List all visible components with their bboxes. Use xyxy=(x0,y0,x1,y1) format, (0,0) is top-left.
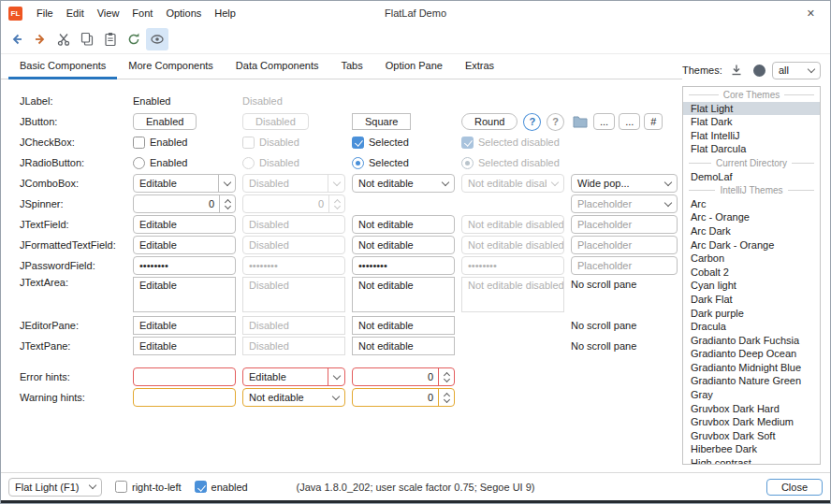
formattedtextfield-editable[interactable]: Editable xyxy=(133,236,236,254)
formattedtextfield-not-editable-disabled[interactable]: Not editable disabled xyxy=(461,236,564,254)
theme-list-item[interactable]: Flat IntelliJ xyxy=(683,129,820,143)
jbutton-round[interactable]: Round xyxy=(461,113,518,130)
close-button[interactable]: Close xyxy=(766,479,823,496)
ellipsis-button-1[interactable]: ... xyxy=(593,113,615,130)
theme-list-item[interactable]: Flat Darcula xyxy=(683,142,820,156)
mnemonic-button[interactable]: # xyxy=(644,113,663,130)
theme-list-item[interactable]: Gradianto Dark Fuchsia xyxy=(683,334,820,348)
download-button[interactable] xyxy=(727,61,746,79)
editorpane-editable[interactable]: Editable xyxy=(133,316,236,335)
theme-list-item[interactable]: Hiberbee Dark xyxy=(683,442,820,456)
passwordfield-not-editable-disabled[interactable]: •••••••• xyxy=(461,256,564,275)
theme-list-item[interactable]: Flat Light xyxy=(683,102,820,116)
back-button[interactable] xyxy=(6,28,28,50)
theme-list-item[interactable]: High contrast xyxy=(683,456,820,465)
formattedtextfield-disabled[interactable]: Disabled xyxy=(242,236,345,254)
textpane-editable[interactable]: Editable xyxy=(133,337,236,355)
themes-filter-select[interactable]: all xyxy=(772,62,821,79)
combobox-not-editable-disabled[interactable]: Not editable disabled xyxy=(461,174,564,193)
jbutton-enabled[interactable]: Enabled xyxy=(133,113,197,130)
combobox-not-editable[interactable]: Not editable xyxy=(352,174,455,193)
theme-list-item[interactable]: Dark Flat xyxy=(683,293,820,307)
combobox-wide-popup[interactable]: Wide pop... xyxy=(571,174,678,193)
paste-button[interactable] xyxy=(99,28,122,50)
formattedtextfield-not-editable[interactable]: Not editable xyxy=(352,236,455,254)
theme-list-item[interactable]: DemoLaf xyxy=(683,170,820,184)
help-button-secondary[interactable]: ? xyxy=(547,113,564,131)
menu-help[interactable]: Help xyxy=(208,3,242,23)
editorpane-no-scroll-pane[interactable]: No scroll pane xyxy=(571,320,678,331)
folder-button[interactable] xyxy=(571,114,590,129)
error-spinner[interactable]: 0 xyxy=(352,367,455,386)
tab-extras[interactable]: Extras xyxy=(454,54,505,79)
copy-button[interactable] xyxy=(76,28,98,50)
passwordfield-disabled[interactable]: •••••••• xyxy=(242,256,345,275)
theme-list-item[interactable]: Arc xyxy=(683,197,820,211)
checkbox-selected-disabled[interactable]: Selected disabled xyxy=(461,137,564,149)
menu-font[interactable]: Font xyxy=(125,3,159,23)
forward-button[interactable] xyxy=(29,28,51,50)
tab-tabs[interactable]: Tabs xyxy=(330,54,374,79)
spinner-arrows[interactable] xyxy=(438,368,454,385)
window-close-button[interactable]: ✕ xyxy=(797,5,824,22)
editorpane-disabled[interactable]: Disabled xyxy=(242,316,345,335)
passwordfield-placeholder[interactable]: Placeholder xyxy=(571,256,678,275)
error-combobox[interactable]: Editable xyxy=(242,367,345,386)
theme-list-item[interactable]: Gradianto Nature Green xyxy=(683,374,820,388)
combobox-placeholder[interactable]: Placeholder xyxy=(571,194,678,213)
textpane-not-editable[interactable]: Not editable xyxy=(352,337,455,355)
spinner-enabled[interactable]: 0 xyxy=(133,194,236,213)
textfield-disabled[interactable]: Disabled xyxy=(242,215,345,234)
theme-list-item[interactable]: Dracula xyxy=(683,320,820,334)
textarea-not-editable-disabled[interactable]: Not editable disabled xyxy=(461,277,564,312)
spinner-arrows[interactable] xyxy=(219,195,235,212)
refresh-button[interactable] xyxy=(123,28,145,50)
theme-list-item[interactable]: Arc Dark - Orange xyxy=(683,238,820,252)
themes-list[interactable]: Core ThemesFlat LightFlat DarkFlat Intel… xyxy=(682,86,821,465)
textfield-placeholder[interactable]: Placeholder xyxy=(571,215,678,234)
ellipsis-button-2[interactable]: ... xyxy=(619,113,640,130)
theme-list-item[interactable]: Flat Dark xyxy=(683,115,820,129)
radio-selected-disabled[interactable]: Selected disabled xyxy=(461,157,564,169)
checkbox-selected[interactable]: Selected xyxy=(352,137,455,149)
textarea-not-editable[interactable]: Not editable xyxy=(352,277,455,312)
warning-textfield[interactable] xyxy=(133,388,236,407)
checkbox-enabled[interactable]: Enabled xyxy=(133,137,236,149)
theme-list-item[interactable]: Cyan light xyxy=(683,279,820,293)
radio-disabled[interactable]: Disabled xyxy=(242,157,345,169)
tab-more-components[interactable]: More Components xyxy=(117,54,225,79)
jbutton-disabled[interactable]: Disabled xyxy=(242,113,309,130)
textarea-editable[interactable]: Editable xyxy=(133,277,236,312)
menu-file[interactable]: File xyxy=(30,3,60,23)
radio-selected[interactable]: Selected xyxy=(352,157,455,169)
theme-list-item[interactable]: Arc Dark xyxy=(683,224,820,238)
warning-combobox[interactable]: Not editable xyxy=(242,388,345,407)
cut-button[interactable] xyxy=(52,28,75,50)
textarea-no-scroll-pane[interactable]: No scroll pane xyxy=(571,277,678,290)
theme-list-item[interactable]: Gruvbox Dark Medium xyxy=(683,415,820,429)
menu-view[interactable]: View xyxy=(91,3,126,23)
tab-basic-components[interactable]: Basic Components xyxy=(8,54,117,79)
jbutton-square[interactable]: Square xyxy=(352,113,411,130)
textpane-disabled[interactable]: Disabled xyxy=(242,337,345,355)
spinner-disabled[interactable]: 0 xyxy=(242,194,345,213)
github-button[interactable] xyxy=(750,61,768,79)
combobox-editable[interactable]: Editable xyxy=(133,174,236,193)
error-textfield[interactable] xyxy=(133,367,236,386)
formattedtextfield-placeholder[interactable]: Placeholder xyxy=(571,236,678,254)
theme-list-item[interactable]: Dark purple xyxy=(683,307,820,321)
spinner-arrows[interactable] xyxy=(438,389,454,406)
menu-options[interactable]: Options xyxy=(159,3,208,23)
combobox-disabled[interactable]: Disabled xyxy=(242,174,345,193)
tab-option-pane[interactable]: Option Pane xyxy=(374,54,454,79)
tab-data-components[interactable]: Data Components xyxy=(225,54,330,79)
theme-list-item[interactable]: Carbon xyxy=(683,252,820,266)
theme-list-item[interactable]: Gray xyxy=(683,388,820,402)
passwordfield-not-editable[interactable]: •••••••• xyxy=(352,256,455,275)
enabled-checkbox[interactable]: enabled xyxy=(195,481,248,493)
textarea-disabled[interactable]: Disabled xyxy=(242,277,345,312)
textfield-editable[interactable]: Editable xyxy=(133,215,236,234)
warning-spinner[interactable]: 0 xyxy=(352,388,455,407)
lookandfeel-select[interactable]: Flat Light (F1) xyxy=(8,478,102,497)
theme-list-item[interactable]: Arc - Orange xyxy=(683,210,820,224)
